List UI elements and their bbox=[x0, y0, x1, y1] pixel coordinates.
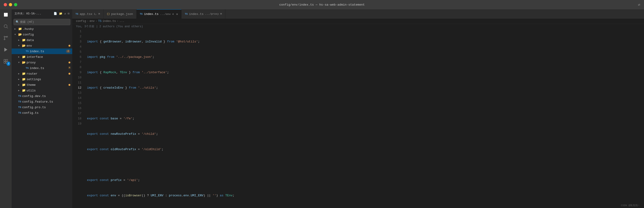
breadcrumb: config › env › TS index.ts › ... bbox=[72, 19, 644, 24]
arrow-icon: ▶ bbox=[18, 89, 22, 92]
code-line-1: import { getBrowser, isBrowser, isInvali… bbox=[87, 39, 642, 44]
folder-icon: 📁 bbox=[18, 27, 22, 31]
explorer-icon[interactable] bbox=[2, 11, 9, 18]
ts-icon: TS bbox=[26, 50, 29, 53]
sidebar-item-interface[interactable]: ▶ 📁 interface bbox=[12, 54, 72, 60]
folder-icon: 📁 bbox=[22, 83, 26, 87]
folder-icon: 📂 bbox=[22, 61, 26, 64]
arrow-icon: ▶ bbox=[18, 78, 22, 81]
arrow-icon: ▶ bbox=[18, 39, 22, 42]
sidebar-item-settings[interactable]: ▶ 📁 settings bbox=[12, 77, 72, 82]
svg-rect-10 bbox=[6, 62, 8, 63]
arrow-icon: ▼ bbox=[14, 33, 18, 36]
svg-rect-9 bbox=[4, 62, 6, 63]
sidebar-item-router[interactable]: ▶ 📁 router bbox=[12, 71, 72, 77]
watermark-text: CSDN @鱼泡泡~ bbox=[621, 204, 639, 207]
code-line-4: import { createIsEnv } from '../utils'; bbox=[87, 85, 642, 90]
tab-index-ts-env[interactable]: TS index.ts .../env 4 ✕ bbox=[136, 9, 182, 19]
tab-sublabel: 1, M bbox=[94, 13, 100, 15]
svg-point-3 bbox=[4, 36, 5, 37]
ts-icon: TS bbox=[185, 13, 188, 15]
svg-rect-7 bbox=[4, 60, 6, 61]
sidebar-item-config-dev[interactable]: ▶ TS config.dev.ts bbox=[12, 93, 72, 99]
arrow-icon: ▶ bbox=[18, 84, 22, 86]
new-file-icon[interactable]: 📄 bbox=[54, 12, 57, 15]
breadcrumb-config[interactable]: config bbox=[76, 20, 86, 23]
proxy-m-badge: M bbox=[69, 67, 70, 70]
tab-package-json[interactable]: {} package.json bbox=[104, 9, 136, 19]
sidebar-item-config[interactable]: ▼ 📂 config bbox=[12, 32, 72, 37]
sidebar-header: 文件夹: HS-SA-... 📄 📁 ↺ ⊟ bbox=[12, 9, 72, 18]
ts-icon: TS bbox=[76, 13, 78, 15]
close-button[interactable] bbox=[4, 3, 7, 6]
router-badge bbox=[68, 73, 70, 75]
folder-icon: 📂 bbox=[18, 33, 22, 36]
folder-icon: 📁 bbox=[22, 72, 26, 76]
svg-rect-8 bbox=[6, 60, 8, 61]
breadcrumb-file[interactable]: index.ts bbox=[102, 20, 116, 23]
breadcrumb-more[interactable]: ... bbox=[119, 20, 124, 23]
code-editor[interactable]: 1 2 3 4 5 6 7 8 9 10 11 12 13 14 15 16 1… bbox=[72, 29, 644, 208]
tab-close-button[interactable]: ✕ bbox=[176, 13, 178, 16]
maximize-button[interactable] bbox=[14, 3, 17, 6]
code-line-6: export const base = '/fe'; bbox=[87, 116, 642, 121]
sidebar-item-config-pro[interactable]: ▶ TS config.pro.ts bbox=[12, 104, 72, 110]
sidebar-item-config-feature[interactable]: ▶ TS config.feature.ts bbox=[12, 99, 72, 104]
extensions-badge: 3 bbox=[7, 62, 10, 65]
sidebar-item-index-ts-proxy[interactable]: ▶ TS index.ts M bbox=[12, 65, 72, 71]
code-line-2: import pkg from '../../package.json'; bbox=[87, 55, 642, 60]
layout-icon[interactable]: ⇄ bbox=[638, 2, 640, 7]
search-box[interactable]: 🔍 搜索 (⌘F) bbox=[14, 19, 70, 25]
debug-icon[interactable] bbox=[2, 46, 9, 53]
svg-point-5 bbox=[4, 39, 5, 40]
tab-app-tsx[interactable]: TS app.tsx 1, M bbox=[72, 9, 104, 19]
new-folder-icon[interactable]: 📁 bbox=[59, 12, 62, 15]
sidebar-item-utils[interactable]: ▶ 📁 utils bbox=[12, 88, 72, 93]
theme-badge bbox=[68, 84, 70, 86]
code-line-10: export const prefix = '/api'; bbox=[87, 178, 642, 183]
breadcrumb-env[interactable]: env bbox=[90, 20, 94, 23]
code-line-7: export const newRoutePrefix = '/child'; bbox=[87, 131, 642, 137]
arrow-icon: ▼ bbox=[18, 61, 22, 64]
git-blame: You, 3个月前 | 2 authors (You and others) bbox=[72, 24, 644, 29]
extensions-icon[interactable]: 3 bbox=[2, 58, 9, 65]
tab-sublabel: .../proxy M bbox=[205, 13, 222, 15]
tab-label: index.ts bbox=[189, 12, 204, 16]
sidebar-item-env[interactable]: ▼ 📂 env bbox=[12, 43, 72, 49]
sidebar-item-proxy[interactable]: ▼ 📂 proxy bbox=[12, 60, 72, 65]
ts-icon: TS bbox=[18, 100, 21, 103]
svg-point-1 bbox=[4, 25, 7, 28]
folder-icon: 📁 bbox=[22, 38, 26, 42]
window-controls bbox=[4, 3, 17, 6]
tab-index-ts-proxy[interactable]: TS index.ts .../proxy M bbox=[182, 9, 225, 19]
breadcrumb-ts-icon: TS bbox=[98, 20, 101, 23]
arrow-icon: ▼ bbox=[18, 45, 22, 47]
tabs-bar: TS app.tsx 1, M {} package.json TS index… bbox=[72, 9, 644, 19]
activity-bar: 3 bbox=[0, 9, 12, 208]
collapse-icon[interactable]: ⊟ bbox=[68, 12, 70, 15]
sidebar-item-husky[interactable]: ▶ 📁 .husky bbox=[12, 26, 72, 32]
sidebar-item-index-ts-env[interactable]: ▶ TS index.ts 4 bbox=[12, 49, 72, 54]
code-line-8: export const oldRoutePrefix = '/oldChild… bbox=[87, 147, 642, 152]
search-icon[interactable] bbox=[2, 23, 9, 30]
sidebar-item-data[interactable]: ▶ 📁 data bbox=[12, 37, 72, 43]
search-icon-small: 🔍 bbox=[16, 20, 19, 24]
minimize-button[interactable] bbox=[9, 3, 12, 6]
code-line-3: import { RapMock, TEnv } from '../interf… bbox=[87, 70, 642, 75]
folder-icon: 📁 bbox=[22, 77, 26, 81]
code-content[interactable]: import { getBrowser, isBrowser, isInvali… bbox=[85, 29, 644, 208]
env-badge bbox=[68, 45, 70, 47]
ts-icon: TS bbox=[18, 95, 21, 97]
ts-icon: TS bbox=[140, 13, 142, 15]
sidebar-item-theme[interactable]: ▶ 📁 theme bbox=[12, 82, 72, 88]
tab-label: index.ts bbox=[144, 12, 158, 16]
titlebar: config/env/index.ts — hs-sa-web-admin-st… bbox=[0, 0, 644, 9]
proxy-badge bbox=[68, 62, 70, 63]
refresh-icon[interactable]: ↺ bbox=[64, 12, 66, 15]
folder-label: 文件夹: HS-SA-... bbox=[14, 12, 41, 16]
tab-label: app.tsx bbox=[80, 12, 92, 16]
watermark: CSDN @鱼泡泡~ bbox=[621, 203, 639, 207]
git-icon[interactable] bbox=[2, 35, 9, 42]
sidebar-item-config-ts[interactable]: ▶ TS config.ts bbox=[12, 110, 72, 116]
svg-marker-6 bbox=[4, 48, 8, 52]
